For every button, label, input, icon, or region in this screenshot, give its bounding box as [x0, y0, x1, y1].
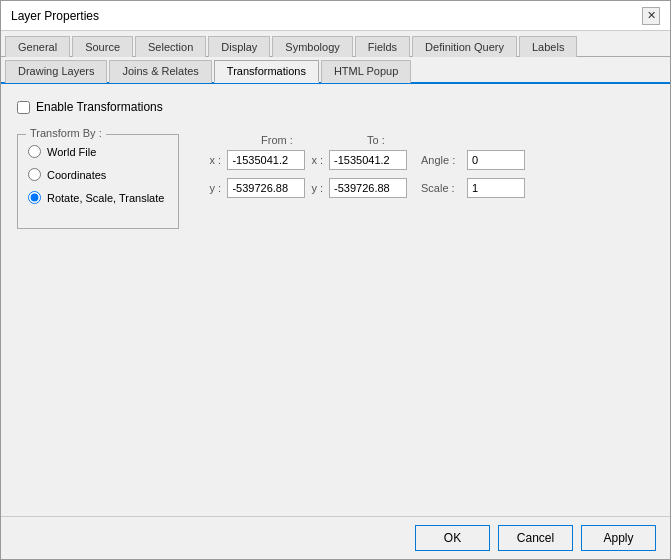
- apply-button[interactable]: Apply: [581, 525, 656, 551]
- tab-display[interactable]: Display: [208, 36, 270, 57]
- tab-source[interactable]: Source: [72, 36, 133, 57]
- coordinates-area: From : To : x : x : Angle :: [209, 134, 525, 206]
- close-button[interactable]: ✕: [642, 7, 660, 25]
- scale-section: Scale :: [421, 178, 525, 198]
- y-separator: y :: [311, 182, 323, 194]
- to-y-input[interactable]: [329, 178, 407, 198]
- dialog-title: Layer Properties: [11, 9, 99, 23]
- angle-label: Angle :: [421, 154, 461, 166]
- tab-joins-relates[interactable]: Joins & Relates: [109, 60, 211, 83]
- from-y-input[interactable]: [227, 178, 305, 198]
- radio-rotate-scale-translate-label: Rotate, Scale, Translate: [47, 192, 164, 204]
- tabs-row-1: General Source Selection Display Symbolo…: [1, 31, 670, 57]
- ok-button[interactable]: OK: [415, 525, 490, 551]
- radio-rotate-scale-translate-input[interactable]: [28, 191, 41, 204]
- y-axis-label: y :: [209, 182, 223, 194]
- content-area: Enable Transformations Transform By : Wo…: [1, 84, 670, 516]
- coord-y-row: y : y : Scale :: [209, 178, 525, 198]
- transform-section: Transform By : World File Coordinates Ro…: [17, 134, 654, 229]
- tab-fields[interactable]: Fields: [355, 36, 410, 57]
- transform-by-label: Transform By :: [26, 127, 106, 139]
- radio-coordinates-label: Coordinates: [47, 169, 106, 181]
- enable-transformations-row: Enable Transformations: [17, 100, 654, 114]
- enable-transformations-label: Enable Transformations: [36, 100, 163, 114]
- angle-input[interactable]: [467, 150, 525, 170]
- tab-html-popup[interactable]: HTML Popup: [321, 60, 411, 83]
- tab-drawing-layers[interactable]: Drawing Layers: [5, 60, 107, 83]
- tab-transformations[interactable]: Transformations: [214, 60, 319, 83]
- radio-coordinates: Coordinates: [28, 168, 164, 181]
- tab-symbology[interactable]: Symbology: [272, 36, 352, 57]
- to-header: To :: [328, 134, 423, 146]
- radio-world-file-input[interactable]: [28, 145, 41, 158]
- coord-x-row: x : x : Angle :: [209, 150, 525, 170]
- radio-rotate-scale-translate: Rotate, Scale, Translate: [28, 191, 164, 204]
- to-x-input[interactable]: [329, 150, 407, 170]
- enable-transformations-checkbox[interactable]: [17, 101, 30, 114]
- tab-general[interactable]: General: [5, 36, 70, 57]
- scale-input[interactable]: [467, 178, 525, 198]
- title-bar: Layer Properties ✕: [1, 1, 670, 31]
- angle-section: Angle :: [421, 150, 525, 170]
- from-header: From :: [229, 134, 324, 146]
- tab-selection[interactable]: Selection: [135, 36, 206, 57]
- radio-world-file-label: World File: [47, 146, 96, 158]
- tabs-row-2: Drawing Layers Joins & Relates Transform…: [1, 57, 670, 84]
- radio-world-file: World File: [28, 145, 164, 158]
- tab-definition-query[interactable]: Definition Query: [412, 36, 517, 57]
- tab-labels[interactable]: Labels: [519, 36, 577, 57]
- transform-by-box: Transform By : World File Coordinates Ro…: [17, 134, 179, 229]
- coord-headers: From : To :: [209, 134, 525, 146]
- radio-coordinates-input[interactable]: [28, 168, 41, 181]
- dialog: Layer Properties ✕ General Source Select…: [0, 0, 671, 560]
- scale-label: Scale :: [421, 182, 461, 194]
- from-x-input[interactable]: [227, 150, 305, 170]
- x-axis-label: x :: [209, 154, 223, 166]
- footer: OK Cancel Apply: [1, 516, 670, 559]
- x-separator: x :: [311, 154, 323, 166]
- cancel-button[interactable]: Cancel: [498, 525, 573, 551]
